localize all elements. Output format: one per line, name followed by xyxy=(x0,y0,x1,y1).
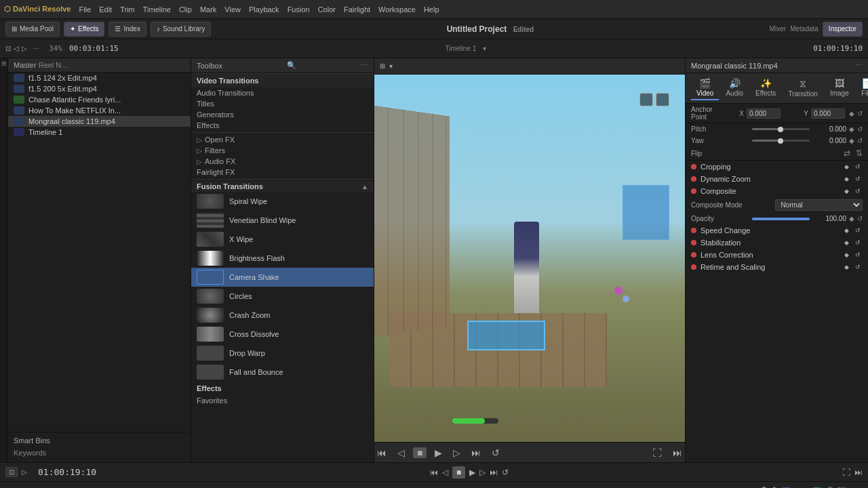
pitch-reset-icon[interactable]: ↺ xyxy=(857,125,863,133)
tab-image[interactable]: 🖼 Image xyxy=(825,76,854,100)
tl-play-back-btn[interactable]: ◁ xyxy=(442,468,448,477)
menu-trim[interactable]: Trim xyxy=(120,5,135,14)
prev-frame-button[interactable]: ◁ xyxy=(395,447,408,458)
yaw-slider[interactable] xyxy=(752,140,810,142)
menu-workspace[interactable]: Workspace xyxy=(378,5,416,14)
effects-search-icon[interactable]: 🔍 xyxy=(287,61,296,70)
retime-scaling-property[interactable]: Retime and Scaling ◆ ↺ xyxy=(686,261,868,273)
favorites-category[interactable]: Favorites xyxy=(191,395,374,406)
tl-record-btn[interactable]: ▼ xyxy=(736,486,746,489)
pitch-slider[interactable] xyxy=(752,128,810,130)
transition-xwipe[interactable]: X Wipe xyxy=(191,230,374,249)
opacity-slider[interactable] xyxy=(752,218,810,220)
next-frame-button[interactable]: ▷ xyxy=(450,447,463,458)
menu-view[interactable]: View xyxy=(224,5,241,14)
speed-change-expand-btn[interactable]: ◆ xyxy=(842,226,851,235)
composite-expand-btn[interactable]: ◆ xyxy=(842,186,851,196)
speed-change-reset-btn[interactable]: ↺ xyxy=(853,226,863,235)
menu-fusion[interactable]: Fusion xyxy=(288,5,310,14)
effects-button[interactable]: ✦ Effects xyxy=(64,22,104,37)
more-icon[interactable]: ⋯ xyxy=(855,61,863,70)
opacity-reset-icon[interactable]: ↺ xyxy=(857,215,863,222)
composite-mode-select[interactable]: Normal xyxy=(775,199,863,211)
composite-reset-btn[interactable]: ↺ xyxy=(853,186,863,196)
fairlight-fx-category[interactable]: Fairlight FX xyxy=(191,167,374,178)
tab-transition[interactable]: ⧖ Transition xyxy=(783,76,823,100)
viewer-more-button[interactable]: ⏭ xyxy=(670,447,685,458)
menu-color[interactable]: Color xyxy=(318,5,336,14)
media-item[interactable]: f1.5 200 5x Edit.mp4 xyxy=(8,83,191,94)
anchor-add-icon[interactable]: ◆ xyxy=(849,110,854,117)
tl-end-icon[interactable]: ⏭ xyxy=(854,468,863,477)
transition-spiral-wipe[interactable]: Spiral Wipe xyxy=(191,192,374,211)
stop-button[interactable]: ■ xyxy=(413,447,427,458)
viewer-dropdown-icon[interactable]: ▾ xyxy=(389,62,393,70)
effects-category[interactable]: Effects xyxy=(191,120,374,131)
transition-fall-bounce[interactable]: Fall and Bounce xyxy=(191,363,374,382)
pitch-add-icon[interactable]: ◆ xyxy=(849,125,854,133)
transition-brightness-flash[interactable]: Brightness Flash xyxy=(191,249,374,268)
tl-fullscreen-icon[interactable]: ⛶ xyxy=(842,468,850,477)
anchor-reset-icon[interactable]: ↺ xyxy=(857,110,863,117)
timeline-dropdown-icon[interactable]: ▾ xyxy=(483,45,486,52)
lens-correction-expand-btn[interactable]: ◆ xyxy=(842,250,851,260)
mixer-button[interactable]: Mixer xyxy=(770,25,786,33)
dynamic-zoom-property[interactable]: Dynamic Zoom ◆ ↺ xyxy=(686,173,868,185)
dynamic-zoom-reset-btn[interactable]: ↺ xyxy=(853,174,863,184)
cropping-reset-btn[interactable]: ↺ xyxy=(853,162,863,171)
menu-help[interactable]: Help xyxy=(424,5,439,14)
menu-fairlight[interactable]: Fairlight xyxy=(344,5,370,14)
go-to-end-button[interactable]: ⏭ xyxy=(469,447,484,458)
lens-correction-property[interactable]: Lens Correction ◆ ↺ xyxy=(686,249,868,261)
speed-change-property[interactable]: Speed Change ◆ ↺ xyxy=(686,224,868,237)
anchor-x-input[interactable] xyxy=(747,108,781,119)
composite-property[interactable]: Composite ◆ ↺ xyxy=(686,185,868,197)
audio-transitions-category[interactable]: Audio Transitions xyxy=(191,87,374,98)
sound-library-button[interactable]: ♪ Sound Library xyxy=(151,22,211,37)
tab-effects[interactable]: ✨ Effects xyxy=(750,76,781,100)
fullscreen-button[interactable]: ⛶ xyxy=(650,447,665,458)
yaw-add-icon[interactable]: ◆ xyxy=(849,137,854,144)
menu-edit[interactable]: Edit xyxy=(99,5,112,14)
viewer-layout-icon[interactable]: ⊞ xyxy=(380,62,385,70)
metadata-button[interactable]: Metadata xyxy=(790,25,818,33)
tl-play-end-btn[interactable]: ⏭ xyxy=(490,468,498,477)
transition-crash-zoom[interactable]: Crash Zoom xyxy=(191,306,374,325)
play-button[interactable]: ▶ xyxy=(432,447,445,458)
menu-timeline[interactable]: Timeline xyxy=(143,5,171,14)
menu-mark[interactable]: Mark xyxy=(200,5,216,14)
transition-drop-warp[interactable]: Drop Warp xyxy=(191,344,374,363)
menu-file[interactable]: File xyxy=(79,5,91,14)
transition-circles[interactable]: Circles xyxy=(191,287,374,306)
opacity-add-icon[interactable]: ◆ xyxy=(849,215,854,222)
stabilization-reset-btn[interactable]: ↺ xyxy=(853,238,863,247)
tab-video[interactable]: 🎬 Video xyxy=(691,76,719,100)
audio-fx-category[interactable]: ▷ Audio FX xyxy=(191,156,374,167)
flip-h-button[interactable]: ⇄ xyxy=(844,148,850,158)
filters-category[interactable]: ▷ Filters xyxy=(191,145,374,156)
stabilization-property[interactable]: Stabilization ◆ ↺ xyxy=(686,237,868,249)
tl-stop-btn[interactable]: ■ xyxy=(452,466,465,479)
stabilization-expand-btn[interactable]: ◆ xyxy=(842,238,851,247)
anchor-y-input[interactable] xyxy=(811,108,845,119)
yaw-reset-icon[interactable]: ↺ xyxy=(857,137,863,144)
dynamic-zoom-expand-btn[interactable]: ◆ xyxy=(842,174,851,184)
tl-play-prev-btn[interactable]: ⏮ xyxy=(430,468,438,477)
menu-clip[interactable]: Clip xyxy=(179,5,192,14)
tl-loop-btn[interactable]: ↺ xyxy=(502,468,509,477)
transition-venetian[interactable]: Venetian Blind Wipe xyxy=(191,211,374,230)
tl-play-btn[interactable]: ▶ xyxy=(469,468,475,477)
media-item[interactable]: How To Make NETFLIX In... xyxy=(8,105,191,116)
transition-camera-shake[interactable]: Camera Shake xyxy=(191,268,374,287)
media-pool-button[interactable]: ⊞ Media Pool xyxy=(5,22,60,37)
index-button[interactable]: ☰ Index xyxy=(108,22,146,37)
open-fx-category[interactable]: ▷ Open FX xyxy=(191,134,374,145)
tl-tool-icon1[interactable]: ▷ xyxy=(22,468,27,476)
timeline-view-btn[interactable]: ⊡ xyxy=(5,467,18,477)
retime-scaling-reset-btn[interactable]: ↺ xyxy=(853,262,863,272)
media-item[interactable]: Chase Atlantic Friends lyri... xyxy=(8,94,191,105)
cropping-property[interactable]: Cropping ◆ ↺ xyxy=(686,161,868,173)
tl-play-next-btn[interactable]: ▷ xyxy=(479,468,486,477)
transition-cross-dissolve[interactable]: Cross Dissolve xyxy=(191,325,374,344)
flip-v-button[interactable]: ⇅ xyxy=(856,148,863,158)
